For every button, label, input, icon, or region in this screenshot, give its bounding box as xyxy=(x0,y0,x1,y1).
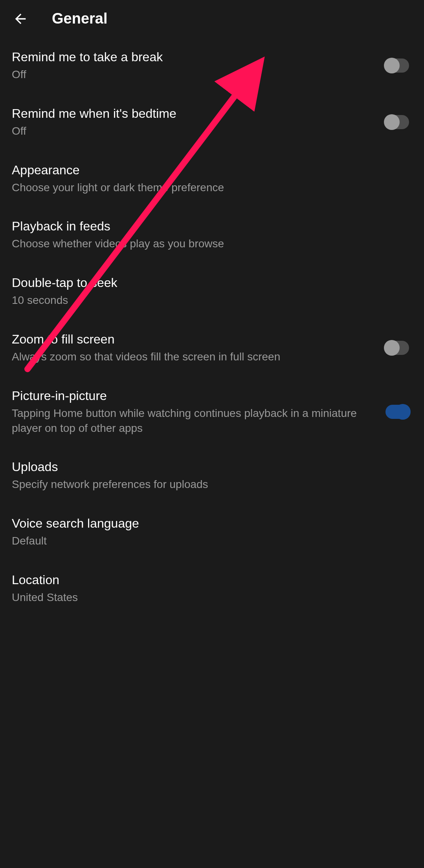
row-text: Voice search language Default xyxy=(12,515,412,548)
arrow-left-icon xyxy=(13,11,28,27)
row-text: Remind me when it's bedtime Off xyxy=(12,106,385,139)
row-double-tap-seek[interactable]: Double-tap to seek 10 seconds xyxy=(0,263,424,320)
row-sub: Off xyxy=(12,67,378,82)
settings-list: Remind me to take a break Off Remind me … xyxy=(0,37,424,617)
back-button[interactable] xyxy=(9,7,32,31)
row-sub: Choose whether videos play as you browse xyxy=(12,236,404,251)
toggle-remind-bedtime[interactable] xyxy=(385,115,409,129)
row-sub: Choose your light or dark theme preferen… xyxy=(12,180,404,195)
row-title: Double-tap to seek xyxy=(12,275,404,291)
row-pip[interactable]: Picture-in-picture Tapping Home button w… xyxy=(0,376,424,448)
row-remind-bedtime[interactable]: Remind me when it's bedtime Off xyxy=(0,94,424,150)
row-sub: Specify network preferences for uploads xyxy=(12,477,404,492)
row-title: Appearance xyxy=(12,162,404,178)
toggle-remind-break[interactable] xyxy=(385,58,409,73)
row-title: Uploads xyxy=(12,459,404,475)
row-sub: Default xyxy=(12,534,404,548)
row-title: Remind me when it's bedtime xyxy=(12,106,378,121)
row-text: Zoom to fill screen Always zoom so that … xyxy=(12,331,385,364)
row-text: Uploads Specify network preferences for … xyxy=(12,459,412,492)
row-zoom-fill[interactable]: Zoom to fill screen Always zoom so that … xyxy=(0,320,424,376)
row-text: Remind me to take a break Off xyxy=(12,49,385,82)
row-playback-feeds[interactable]: Playback in feeds Choose whether videos … xyxy=(0,206,424,263)
row-title: Picture-in-picture xyxy=(12,388,378,404)
row-title: Voice search language xyxy=(12,515,404,531)
row-remind-break[interactable]: Remind me to take a break Off xyxy=(0,37,424,94)
row-text: Appearance Choose your light or dark the… xyxy=(12,162,412,195)
header: General xyxy=(0,0,424,37)
row-sub: Tapping Home button while watching conti… xyxy=(12,406,378,436)
row-text: Double-tap to seek 10 seconds xyxy=(12,275,412,308)
row-text: Location United States xyxy=(12,572,412,605)
row-title: Zoom to fill screen xyxy=(12,331,378,347)
row-appearance[interactable]: Appearance Choose your light or dark the… xyxy=(0,150,424,207)
row-sub: Always zoom so that videos fill the scre… xyxy=(12,349,378,364)
row-voice-search-language[interactable]: Voice search language Default xyxy=(0,504,424,560)
toggle-pip[interactable] xyxy=(385,405,409,419)
toggle-zoom-fill[interactable] xyxy=(385,341,409,355)
page-title: General xyxy=(52,10,108,27)
row-location[interactable]: Location United States xyxy=(0,560,424,617)
row-sub: Off xyxy=(12,124,378,139)
row-text: Playback in feeds Choose whether videos … xyxy=(12,218,412,251)
row-sub: 10 seconds xyxy=(12,293,404,308)
row-title: Playback in feeds xyxy=(12,218,404,234)
row-uploads[interactable]: Uploads Specify network preferences for … xyxy=(0,447,424,504)
row-sub: United States xyxy=(12,590,404,605)
row-title: Location xyxy=(12,572,404,588)
row-title: Remind me to take a break xyxy=(12,49,378,65)
row-text: Picture-in-picture Tapping Home button w… xyxy=(12,388,385,436)
